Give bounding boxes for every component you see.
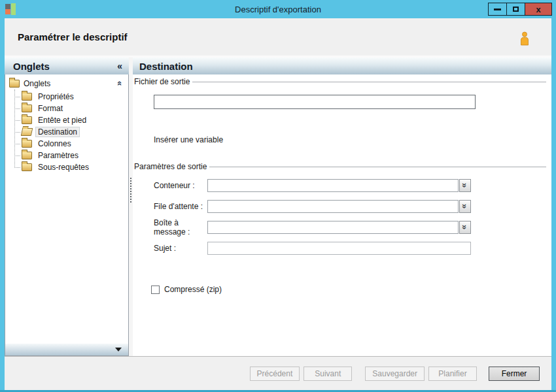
sujet-label: Sujet : xyxy=(154,244,207,253)
minimize-button[interactable] xyxy=(488,3,507,16)
boite-message-input[interactable] xyxy=(207,221,459,234)
tabs-tree: Onglets « Propriétés Format xyxy=(5,74,129,356)
splitter-handle-icon[interactable] xyxy=(130,178,131,203)
destination-form: Fichier de sortie Insérer une variable P… xyxy=(133,74,551,356)
tree-item-parametres[interactable]: Paramètres xyxy=(5,150,128,161)
folder-icon xyxy=(22,140,32,148)
page-title: Paramétrer le descriptif xyxy=(18,31,128,42)
chevron-double-down-icon: » xyxy=(460,204,469,208)
tree-item-colonnes[interactable]: Colonnes xyxy=(5,138,128,150)
chevron-double-down-icon: » xyxy=(460,225,469,229)
folder-icon xyxy=(22,116,32,124)
compressed-zip-checkbox[interactable] xyxy=(151,286,160,294)
suivant-button[interactable]: Suivant xyxy=(304,367,352,381)
output-params-group-legend: Paramètres de sortie xyxy=(134,162,546,171)
compressed-zip-row: Compressé (zip) xyxy=(151,285,546,294)
window-title: Descriptif d'exportation xyxy=(0,5,556,14)
close-button[interactable]: x xyxy=(525,3,552,16)
compressed-zip-label: Compressé (zip) xyxy=(164,285,222,294)
field-row-file-attente: File d'attente : » xyxy=(154,199,546,213)
precedent-button[interactable]: Précédent xyxy=(250,367,300,381)
collapse-tree-icon[interactable]: « xyxy=(115,81,125,86)
tree-item-entete-et-pied[interactable]: Entête et pied xyxy=(5,114,128,126)
scroll-down-icon[interactable] xyxy=(115,348,122,351)
sidebar: Onglets « Onglets « Propriétés xyxy=(5,57,129,356)
dialog-window: Descriptif d'exportation x Paramétrer le… xyxy=(0,0,556,392)
main-panel-title: Destination xyxy=(139,61,193,72)
field-row-boite-message: Boîte à message : » xyxy=(154,220,546,234)
field-row-sujet: Sujet : xyxy=(154,241,546,255)
file-attente-label: File d'attente : xyxy=(154,202,207,211)
tree-item-destination[interactable]: Destination xyxy=(5,126,128,138)
maximize-icon xyxy=(513,7,519,12)
minimize-icon xyxy=(494,8,501,10)
boite-message-dropdown-button[interactable]: » xyxy=(459,221,471,234)
planifier-button[interactable]: Planifier xyxy=(428,367,477,381)
collapse-sidebar-icon[interactable]: « xyxy=(117,61,122,71)
person-icon xyxy=(519,31,530,46)
close-icon: x xyxy=(536,5,540,14)
sidebar-header: Onglets « xyxy=(5,57,129,74)
tree-item-sous-requetes[interactable]: Sous-requêtes xyxy=(5,161,128,173)
conteneur-input[interactable] xyxy=(207,179,459,192)
folder-icon xyxy=(22,163,32,171)
field-row-conteneur: Conteneur : » xyxy=(154,178,546,192)
conteneur-dropdown-button[interactable]: » xyxy=(459,179,471,192)
file-attente-input[interactable] xyxy=(207,200,459,213)
maximize-button[interactable] xyxy=(506,3,525,16)
file-attente-dropdown-button[interactable]: » xyxy=(459,200,471,213)
titlebar: Descriptif d'exportation x xyxy=(0,0,556,18)
sauvegarder-button[interactable]: Sauvegarder xyxy=(365,367,425,381)
tree-item-format[interactable]: Format xyxy=(5,103,128,114)
main-panel: Destination Fichier de sortie Insérer un… xyxy=(133,57,551,356)
output-file-input[interactable] xyxy=(154,95,476,109)
folder-icon xyxy=(22,152,32,159)
boite-message-label: Boîte à message : xyxy=(154,218,207,237)
tree-item-proprietes[interactable]: Propriétés xyxy=(5,91,128,103)
page-header: Paramétrer le descriptif xyxy=(5,18,551,57)
sidebar-title: Onglets xyxy=(13,61,50,72)
folder-icon xyxy=(9,80,20,88)
insert-variable-link[interactable]: Insérer une variable xyxy=(154,135,546,144)
open-folder-icon xyxy=(21,128,33,136)
fermer-button[interactable]: Fermer xyxy=(489,367,540,381)
sujet-input[interactable] xyxy=(207,242,471,255)
tree-root-onglets[interactable]: Onglets « xyxy=(5,74,128,91)
folder-icon xyxy=(22,93,32,101)
main-panel-header: Destination xyxy=(133,57,551,74)
chevron-double-down-icon: » xyxy=(460,183,469,188)
folder-icon xyxy=(22,105,32,112)
footer-button-bar: Précédent Suivant Sauvegarder Planifier … xyxy=(5,356,551,390)
output-file-group-legend: Fichier de sortie xyxy=(134,77,546,86)
tree-scrollbar xyxy=(5,344,128,355)
conteneur-label: Conteneur : xyxy=(154,181,207,190)
